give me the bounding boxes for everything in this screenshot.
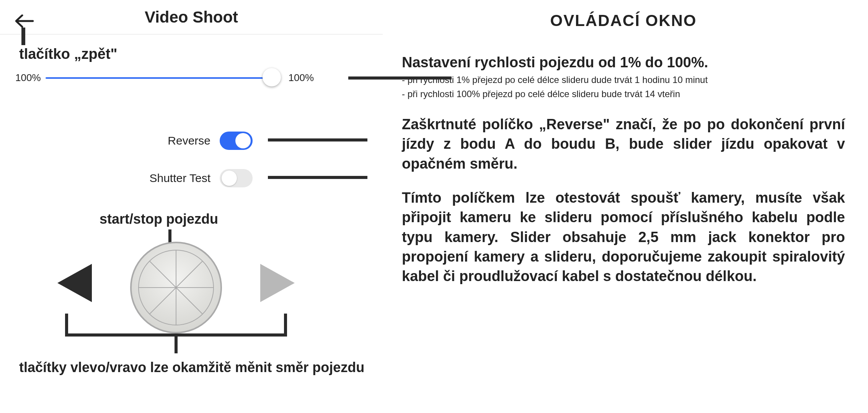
page-title: OVLÁDACÍ OKNO (402, 11, 845, 30)
connector-line (348, 76, 452, 80)
app-title: Video Shoot (11, 8, 371, 26)
reverse-label: Reverse (115, 134, 210, 147)
reverse-section: Zaškrtnuté políčko „Reverse" značí, že p… (402, 115, 845, 174)
shutter-test-row: Shutter Test (115, 169, 253, 187)
reverse-row: Reverse (115, 132, 253, 150)
speed-section: Nastavení rychlosti pojezdu od 1% do 100… (402, 53, 845, 100)
shutter-test-label: Shutter Test (115, 172, 210, 185)
callout-line (21, 28, 25, 45)
connector-line (268, 176, 367, 179)
direction-right-button[interactable] (260, 264, 295, 304)
direction-left-button[interactable] (57, 264, 92, 304)
slider-value-label: 100% (289, 72, 314, 84)
bracket-line (175, 337, 178, 353)
speed-bullet-2: - při rychlosti 100% přejezd po celé dél… (402, 88, 845, 100)
transport-controls (54, 237, 299, 340)
svg-marker-0 (57, 264, 92, 302)
shutter-test-toggle[interactable] (220, 169, 253, 187)
reverse-toggle[interactable] (220, 132, 253, 150)
svg-marker-11 (260, 264, 295, 302)
app-mock: Video Shoot tlačítko „zpět" 100% 100% Re… (0, 0, 383, 413)
bracket-line (65, 314, 287, 337)
app-header: Video Shoot (0, 0, 383, 34)
speed-bullet-1: - při rychlosti 1% přejezd po celé délce… (402, 74, 845, 86)
speed-slider[interactable] (46, 73, 273, 83)
shutter-text: Tímto políčkem lze otestovát spoušť kame… (402, 188, 845, 286)
speed-heading: Nastavení rychlosti pojezdu od 1% do 100… (402, 53, 845, 72)
back-button-label: tlačítko „zpět" (19, 46, 117, 62)
toggle-knob-icon (235, 133, 251, 148)
speed-slider-row: 100% 100% (15, 72, 314, 84)
direction-label: tlačítky vlevo/vravo lze okamžitě měnit … (19, 359, 364, 376)
startstop-label: start/stop pojezdu (100, 211, 218, 227)
toggle-knob-icon (222, 171, 237, 186)
slider-thumb-icon[interactable] (263, 68, 281, 86)
slider-min-label: 100% (15, 72, 41, 84)
shutter-section: Tímto políčkem lze otestovát spoušť kame… (402, 188, 845, 286)
back-arrow-icon[interactable] (15, 15, 34, 29)
info-panel: OVLÁDACÍ OKNO Nastavení rychlosti pojezd… (383, 0, 868, 413)
connector-line (268, 138, 367, 141)
reverse-text: Zaškrtnuté políčko „Reverse" značí, že p… (402, 115, 845, 174)
